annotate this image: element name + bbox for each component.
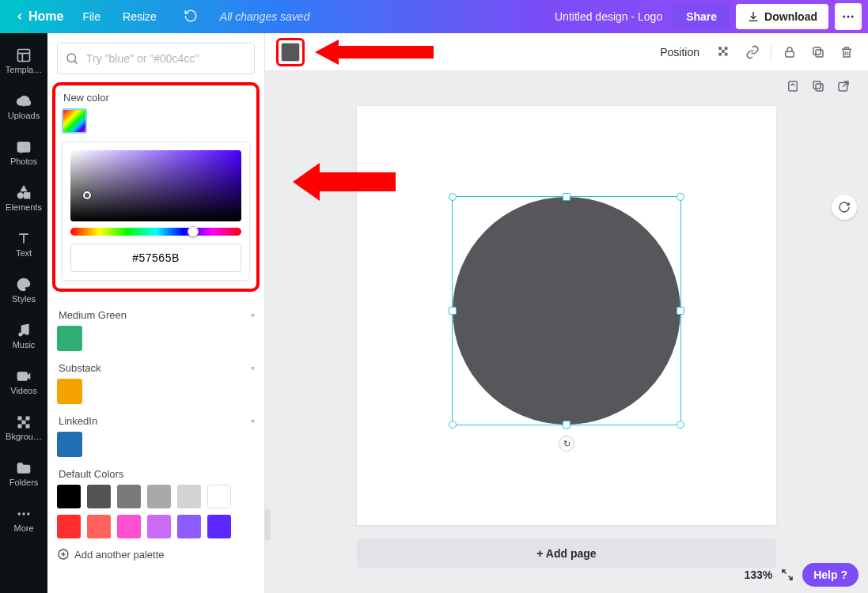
saturation-value-area[interactable] xyxy=(70,150,241,221)
swatch-medium-green[interactable] xyxy=(57,326,82,351)
help-button[interactable]: Help ? xyxy=(802,563,859,587)
svg-rect-22 xyxy=(26,425,30,429)
rail-photos[interactable]: Photos xyxy=(0,130,47,176)
shape-circle[interactable] xyxy=(453,197,680,425)
canvas-scroll[interactable]: ↻ + Add page xyxy=(265,71,868,593)
save-status: All changes saved xyxy=(220,10,310,23)
folder-icon xyxy=(16,460,32,476)
rail-music[interactable]: Music xyxy=(0,313,47,359)
svg-rect-19 xyxy=(26,417,30,421)
panel-collapse-handle[interactable] xyxy=(264,71,271,549)
undo-button[interactable] xyxy=(172,4,209,30)
default-swatch[interactable] xyxy=(207,515,231,538)
hue-thumb[interactable] xyxy=(188,226,199,237)
refresh-icon xyxy=(838,201,851,213)
svg-point-25 xyxy=(27,512,29,515)
default-swatch[interactable] xyxy=(117,515,141,538)
share-button[interactable]: Share xyxy=(673,4,730,29)
shapes-icon xyxy=(16,185,32,201)
svg-rect-35 xyxy=(725,52,728,55)
color-search-input[interactable] xyxy=(57,43,255,74)
default-swatch[interactable] xyxy=(117,485,141,508)
add-palette-button[interactable]: Add another palette xyxy=(57,548,255,561)
handle-tr[interactable] xyxy=(677,193,684,201)
default-swatch[interactable] xyxy=(177,515,201,538)
hex-input[interactable] xyxy=(70,244,241,272)
color-panel: New color Medium Green▾ Substack▾ Linked… xyxy=(47,33,265,593)
svg-rect-16 xyxy=(18,372,28,380)
canvas-page[interactable]: ↻ xyxy=(357,106,776,525)
fill-color-swatch[interactable] xyxy=(281,43,300,62)
more-menu-button[interactable] xyxy=(835,3,862,30)
svg-rect-33 xyxy=(722,50,725,53)
rail-background[interactable]: Bkgrou… xyxy=(0,405,47,451)
resize-menu[interactable]: Resize xyxy=(112,6,168,28)
default-swatch[interactable] xyxy=(147,515,171,538)
link-button[interactable] xyxy=(742,42,763,62)
rail-videos[interactable]: Videos xyxy=(0,359,47,405)
sv-cursor[interactable] xyxy=(83,191,91,199)
photo-icon xyxy=(16,139,32,155)
handle-mb[interactable] xyxy=(563,421,570,429)
default-swatch[interactable] xyxy=(87,485,111,508)
chevron-down-icon: ▾ xyxy=(251,417,255,425)
position-button[interactable]: Position xyxy=(654,41,706,63)
copy-icon xyxy=(811,79,825,93)
file-menu[interactable]: File xyxy=(71,6,112,28)
handle-ml[interactable] xyxy=(449,307,457,315)
page-up-button[interactable] xyxy=(786,79,803,96)
rail-styles[interactable]: Styles xyxy=(0,267,47,313)
video-icon xyxy=(16,368,32,384)
duplicate-button[interactable] xyxy=(808,42,828,62)
default-swatch[interactable] xyxy=(87,515,111,538)
rotate-handle[interactable]: ↻ xyxy=(559,436,574,451)
checker-icon xyxy=(717,45,731,59)
svg-rect-3 xyxy=(18,50,30,62)
default-swatch[interactable] xyxy=(147,485,171,508)
trash-icon xyxy=(840,45,854,59)
hue-slider[interactable] xyxy=(70,228,241,236)
handle-bl[interactable] xyxy=(449,421,457,429)
zoom-level[interactable]: 133% xyxy=(744,568,772,581)
rail-more[interactable]: More xyxy=(0,497,47,542)
download-button[interactable]: Download xyxy=(736,4,828,29)
animate-button[interactable] xyxy=(832,195,857,220)
swatch-substack[interactable] xyxy=(57,379,82,404)
svg-marker-47 xyxy=(293,163,396,201)
default-swatch[interactable] xyxy=(207,485,231,508)
checker-icon xyxy=(16,414,32,430)
document-title[interactable]: Untitled design - Logo xyxy=(555,10,662,23)
duplicate-page-button[interactable] xyxy=(811,79,828,96)
svg-rect-36 xyxy=(786,51,794,57)
svg-point-11 xyxy=(20,284,21,285)
palette-linkedin-label[interactable]: LinkedIn▾ xyxy=(59,415,255,427)
palette-substack-label[interactable]: Substack▾ xyxy=(59,362,255,374)
svg-rect-37 xyxy=(816,50,823,57)
swatch-linkedin[interactable] xyxy=(57,432,82,457)
new-color-swatch[interactable] xyxy=(62,108,87,134)
default-swatch[interactable] xyxy=(57,485,81,508)
handle-br[interactable] xyxy=(677,421,684,429)
rail-templates[interactable]: Templa… xyxy=(0,38,47,84)
delete-button[interactable] xyxy=(836,42,857,62)
default-swatch[interactable] xyxy=(177,485,201,508)
svg-rect-18 xyxy=(18,417,22,421)
default-colors-grid xyxy=(57,485,255,538)
handle-mt[interactable] xyxy=(563,193,570,201)
share-page-button[interactable] xyxy=(836,79,854,96)
fullscreen-button[interactable] xyxy=(780,568,794,582)
home-button[interactable]: Home xyxy=(6,5,71,28)
rail-uploads[interactable]: Uploads xyxy=(0,84,47,130)
rail-elements[interactable]: Elements xyxy=(0,176,47,221)
palette-medium-green-label[interactable]: Medium Green▾ xyxy=(59,309,255,321)
top-bar: Home File Resize All changes saved Untit… xyxy=(0,0,868,33)
add-page-button[interactable]: + Add page xyxy=(357,539,776,568)
transparency-button[interactable] xyxy=(714,42,734,62)
default-swatch[interactable] xyxy=(57,515,81,538)
rail-text[interactable]: Text xyxy=(0,221,47,267)
handle-tl[interactable] xyxy=(449,193,457,201)
rail-folders[interactable]: Folders xyxy=(0,451,47,497)
handle-mr[interactable] xyxy=(677,307,684,315)
undo-icon xyxy=(184,9,198,23)
lock-button[interactable] xyxy=(779,42,800,62)
